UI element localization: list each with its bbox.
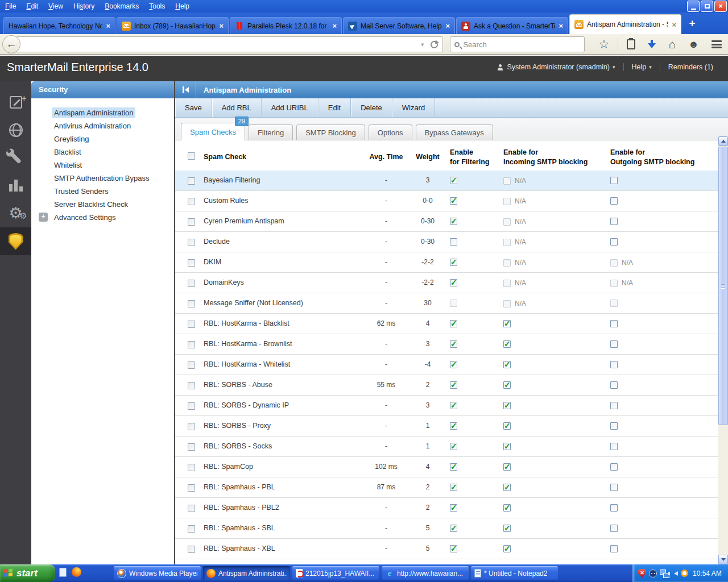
filtering-checkbox[interactable]	[450, 259, 457, 266]
table-row[interactable]: RBL: SORBS - Abuse55 ms2	[175, 375, 718, 396]
sidebar-item-advanced-settings[interactable]: +Advanced Settings	[31, 212, 174, 225]
filtering-checkbox[interactable]	[450, 218, 457, 225]
table-row[interactable]: Cyren Premium Antispam-0-30N/A	[175, 211, 718, 232]
outgoing-checkbox[interactable]	[610, 177, 618, 184]
row-select-checkbox[interactable]	[188, 464, 195, 471]
row-select-checkbox[interactable]	[188, 239, 195, 246]
row-select-checkbox[interactable]	[188, 218, 195, 226]
table-row[interactable]: RBL: SORBS - Socks-1	[175, 436, 718, 457]
rail-tools-button[interactable]	[0, 144, 31, 172]
sidebar-item-trusted-senders[interactable]: Trusted Senders	[31, 186, 174, 199]
browser-tab[interactable]: Hawaiian Hope, Technology Non...×	[3, 17, 115, 34]
sidebar-item-greylisting[interactable]: Greylisting	[31, 134, 174, 147]
filtering-checkbox[interactable]	[450, 504, 457, 512]
row-select-checkbox[interactable]	[188, 300, 195, 307]
rail-security-button[interactable]	[0, 227, 31, 255]
row-select-checkbox[interactable]	[188, 177, 195, 185]
taskbar-button-untitled-notepad2[interactable]: * Untitled - Notepad2	[471, 566, 558, 580]
taskbar-button-windows-media-player[interactable]: Windows Media Player	[114, 566, 201, 580]
browser-tab[interactable]: Mail Server Software, Help ...×	[343, 17, 455, 34]
tab-close-icon[interactable]: ×	[445, 22, 450, 30]
outgoing-checkbox[interactable]	[610, 484, 618, 491]
outgoing-checkbox[interactable]	[610, 463, 618, 471]
incoming-checkbox[interactable]	[503, 525, 511, 532]
row-select-checkbox[interactable]	[188, 525, 195, 533]
incoming-checkbox[interactable]	[503, 361, 511, 368]
messenger-icon[interactable]	[649, 569, 657, 577]
add-rbl-button[interactable]: Add RBL	[212, 98, 262, 117]
filtering-checkbox[interactable]	[450, 443, 457, 450]
table-row[interactable]: DKIM--2-2N/AN/A	[175, 252, 718, 273]
menu-button[interactable]	[712, 40, 722, 48]
filtering-checkbox[interactable]	[450, 340, 457, 348]
menu-history[interactable]: History	[68, 2, 100, 10]
outgoing-checkbox[interactable]	[610, 218, 618, 225]
menu-view[interactable]: View	[43, 2, 68, 10]
tab-close-icon[interactable]: ×	[219, 22, 224, 30]
start-button[interactable]: start	[0, 564, 55, 582]
sidebar-item-smtp-authentication-bypass[interactable]: SMTP Authentication Bypass	[31, 173, 174, 186]
browser-tab[interactable]: Inbox (789) - HawaiianHope...×	[117, 17, 229, 34]
incoming-checkbox[interactable]	[503, 545, 511, 552]
row-select-checkbox[interactable]	[188, 280, 195, 287]
collapse-sidebar-button[interactable]	[175, 81, 196, 98]
restore-button[interactable]	[701, 1, 713, 12]
incoming-checkbox[interactable]	[503, 422, 511, 430]
tab-smtp-blocking[interactable]: SMTP Blocking	[296, 124, 365, 140]
outgoing-checkbox[interactable]	[610, 340, 618, 348]
incoming-checkbox[interactable]	[503, 504, 511, 512]
rail-settings-button[interactable]: ⚙⚙	[0, 199, 31, 227]
menu-bookmarks[interactable]: Bookmarks	[100, 2, 144, 10]
outgoing-checkbox[interactable]	[610, 504, 618, 512]
edit-button[interactable]: Edit	[318, 98, 351, 117]
outgoing-checkbox[interactable]	[610, 197, 618, 205]
table-row[interactable]: Bayesian Filtering-3N/A	[175, 171, 718, 191]
tab-spam-checks[interactable]: Spam Checks29	[181, 123, 245, 140]
table-row[interactable]: RBL: HostKarma - Whitelist--4	[175, 355, 718, 375]
security-alert-icon[interactable]: ✕	[638, 569, 646, 578]
filtering-checkbox[interactable]	[450, 361, 457, 368]
row-select-checkbox[interactable]	[188, 198, 195, 205]
incoming-checkbox[interactable]	[503, 381, 511, 389]
bookmark-star-icon[interactable]: ☆	[599, 39, 610, 50]
row-select-checkbox[interactable]	[188, 361, 195, 369]
reminders-link[interactable]: Reminders (1)	[660, 63, 721, 71]
search-box[interactable]	[450, 36, 584, 52]
row-select-checkbox[interactable]	[188, 382, 195, 389]
firefox-icon[interactable]	[72, 567, 81, 577]
outgoing-checkbox[interactable]	[610, 443, 618, 450]
table-row[interactable]: RBL: SORBS - Proxy-1	[175, 416, 718, 436]
tab-bypass-gateways[interactable]: Bypass Gateways	[416, 124, 493, 140]
downloads-button[interactable]	[648, 40, 656, 49]
search-input[interactable]	[463, 40, 580, 49]
tab-close-icon[interactable]: ×	[672, 20, 676, 29]
network-icon[interactable]	[660, 569, 669, 577]
browser-tab[interactable]: Antispam Administration - S...×	[569, 14, 681, 34]
filtering-checkbox[interactable]	[450, 525, 457, 532]
outgoing-checkbox[interactable]	[610, 361, 618, 368]
table-row[interactable]: Custom Rules-0-0N/A	[175, 191, 718, 211]
table-row[interactable]: RBL: Spamhaus - PBL87 ms2	[175, 477, 718, 498]
back-button[interactable]: ←	[2, 35, 20, 53]
filtering-checkbox[interactable]	[450, 463, 457, 471]
table-row[interactable]: RBL: SORBS - Dynamic IP-3	[175, 396, 718, 416]
sidebar-item-antispam-administration[interactable]: Antispam Administration	[31, 107, 174, 120]
tab-close-icon[interactable]: ×	[106, 22, 110, 30]
tab-filtering[interactable]: Filtering	[249, 124, 293, 140]
filtering-checkbox[interactable]	[450, 197, 457, 205]
document-icon[interactable]	[59, 568, 67, 577]
table-row[interactable]: RBL: HostKarma - Brownlist-3	[175, 334, 718, 355]
url-dropdown-icon[interactable]: ▾	[421, 41, 424, 48]
incoming-checkbox[interactable]	[503, 320, 511, 327]
table-row[interactable]: RBL: Spamhaus - XBL-5	[175, 539, 718, 559]
tab-options[interactable]: Options	[369, 124, 412, 140]
filtering-checkbox[interactable]	[450, 484, 457, 491]
url-bar[interactable]: ▾	[16, 36, 444, 52]
filtering-checkbox[interactable]	[450, 402, 457, 409]
row-select-checkbox[interactable]	[188, 341, 195, 348]
row-select-checkbox[interactable]	[188, 505, 195, 512]
close-button[interactable]: ×	[714, 1, 727, 12]
rail-reports-button[interactable]	[0, 172, 31, 199]
filtering-checkbox[interactable]	[450, 422, 457, 430]
reload-icon[interactable]	[431, 41, 438, 48]
